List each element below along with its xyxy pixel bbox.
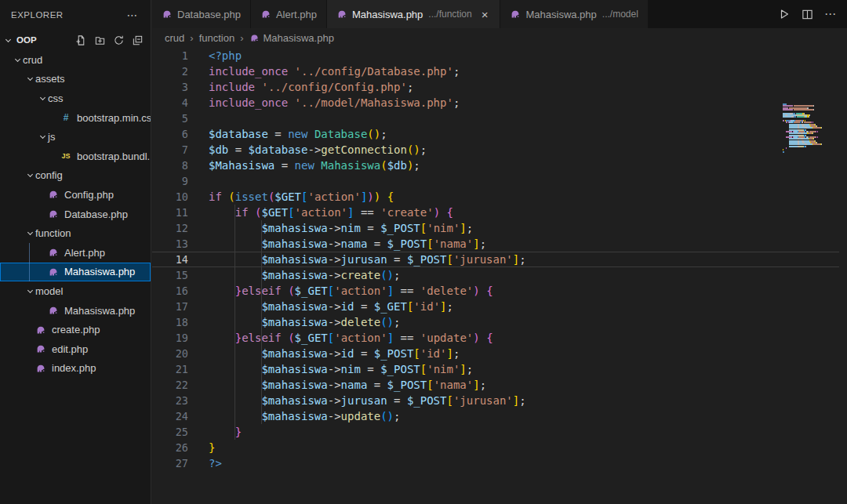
- code-text: $mahasiswa->nama = $_POST['nama'];: [188, 379, 486, 391]
- php-icon: [47, 267, 60, 277]
- explorer-more-icon[interactable]: ⋯: [125, 9, 140, 21]
- close-icon[interactable]: ×: [479, 8, 491, 21]
- php-icon: [47, 305, 60, 316]
- code-line-1[interactable]: 1<?php: [152, 48, 847, 63]
- split-editor-icon[interactable]: [802, 9, 813, 20]
- code-line-8[interactable]: 8$Mahasiswa = new Mahasiswa($db);: [152, 158, 847, 173]
- php-elephant-icon: [249, 33, 260, 43]
- tree-item-edit.php[interactable]: edit.php: [0, 339, 151, 359]
- code-line-24[interactable]: 24 $mahasiswa->update();: [152, 408, 847, 424]
- tree-item-label: Alert.php: [64, 247, 105, 259]
- tree-item-assets[interactable]: assets: [0, 70, 151, 89]
- code-text: if ($GET['action'] == 'create') {: [188, 206, 453, 219]
- tree-item-crud[interactable]: crud: [0, 50, 151, 70]
- code-line-20[interactable]: 20 $mahasiswa->id = $_POST['id'];: [152, 346, 847, 361]
- new-file-icon[interactable]: [74, 33, 88, 47]
- new-folder-icon[interactable]: [93, 33, 107, 47]
- vscode-window: EXPLORER ⋯ OOP crudassetscss#bootstrap.m…: [0, 0, 847, 504]
- code-line-25[interactable]: 25 }: [152, 424, 847, 440]
- tree-item-label: js: [48, 131, 55, 143]
- tab-mahasiswa.php-function[interactable]: Mahasiswa.php.../function×: [327, 0, 500, 28]
- line-number: 10: [152, 189, 188, 205]
- php-elephant-icon: [35, 325, 46, 335]
- tree-item-label: assets: [35, 73, 65, 85]
- breadcrumb-file[interactable]: Mahasiswa.php: [264, 32, 334, 44]
- code-line-13[interactable]: 13 $mahasiswa->nama = $_POST['nama'];: [152, 236, 847, 252]
- breadcrumb-item-crud[interactable]: crud: [165, 32, 184, 44]
- code-line-26[interactable]: 26}: [152, 440, 847, 455]
- code-line-23[interactable]: 23 $mahasiswa->jurusan = $_POST['jurusan…: [152, 393, 847, 408]
- breadcrumb-separator: ›: [240, 32, 243, 44]
- line-number: 24: [152, 408, 188, 424]
- tree-item-bootstrap.bundl...[interactable]: JSbootstrap.bundl...: [0, 147, 151, 166]
- refresh-icon[interactable]: [111, 33, 125, 47]
- tab-alert.php[interactable]: Alert.php: [251, 0, 326, 28]
- tree-item-label: config: [35, 169, 63, 181]
- code-line-22[interactable]: 22 $mahasiswa->nama = $_POST['nama'];: [152, 377, 847, 393]
- tree-item-database.php[interactable]: Database.php: [0, 205, 151, 224]
- code-line-21[interactable]: 21 $mahasiswa->nim = $_POST['nim'];: [152, 361, 847, 377]
- code-line-27[interactable]: 27?>: [152, 455, 847, 471]
- code-line-3[interactable]: 3include '../config/Config.php';: [152, 79, 847, 95]
- code-line-15[interactable]: 15 $mahasiswa->create();: [152, 267, 847, 283]
- css-icon: #: [60, 112, 72, 123]
- tree-item-config[interactable]: config: [0, 166, 151, 186]
- code-line-11[interactable]: 11 if ($GET['action'] == 'create') {: [152, 205, 847, 220]
- code-line-18[interactable]: 18 $mahasiswa->delete();: [152, 314, 847, 330]
- breadcrumb[interactable]: crud›function›Mahasiswa.php: [152, 28, 847, 48]
- tree-item-label: edit.php: [52, 343, 88, 355]
- minimap[interactable]: [783, 97, 834, 147]
- code-line-14[interactable]: 14 $mahasiswa->jurusan = $_POST['jurusan…: [152, 252, 839, 267]
- tree-item-css[interactable]: css: [0, 89, 151, 108]
- tree-item-model[interactable]: model: [0, 281, 151, 301]
- chevron-down-icon: [40, 95, 45, 100]
- tree-item-js[interactable]: js: [0, 127, 151, 147]
- code-line-6[interactable]: 6$database = new Database();: [152, 126, 847, 142]
- tab-mahasiswa.php-model[interactable]: Mahasiswa.php.../model: [500, 0, 647, 28]
- tree-item-index.php[interactable]: index.php: [0, 359, 151, 379]
- tab-label: Database.php: [177, 9, 241, 20]
- code-line-7[interactable]: 7$db = $database->getConnection();: [152, 142, 847, 158]
- more-actions-icon[interactable]: ⋯: [824, 7, 836, 21]
- tree-item-create.php[interactable]: create.php: [0, 320, 151, 339]
- breadcrumb-item-function[interactable]: function: [199, 32, 235, 44]
- php-elephant-icon: [510, 9, 521, 20]
- line-number: 3: [152, 79, 188, 95]
- code-line-12[interactable]: 12 $mahasiswa->nim = $_POST['nim'];: [152, 220, 847, 236]
- tree-item-alert.php[interactable]: Alert.php: [0, 243, 151, 263]
- line-number: 20: [152, 346, 188, 361]
- run-icon[interactable]: [778, 8, 791, 20]
- tree-item-config.php[interactable]: Config.php: [0, 185, 151, 205]
- code-text: $mahasiswa->delete();: [188, 316, 400, 328]
- explorer-title: EXPLORER: [11, 10, 64, 20]
- collapse-all-icon[interactable]: [130, 33, 144, 47]
- code-line-4[interactable]: 4include_once '../model/Mahasiswa.php';: [152, 95, 847, 111]
- line-number: 4: [152, 95, 188, 111]
- tree-item-label: bootstrap.min.css: [77, 112, 151, 124]
- code-text: }: [188, 426, 242, 438]
- php-file-icon: [249, 33, 260, 43]
- line-number: 18: [152, 314, 188, 330]
- code-line-9[interactable]: 9: [152, 173, 847, 189]
- code-line-16[interactable]: 16 }elseif ($_GET['action'] == 'delete')…: [152, 283, 847, 299]
- workspace-section-header[interactable]: OOP: [0, 30, 151, 50]
- code-line-5[interactable]: 5: [152, 111, 847, 126]
- php-elephant-icon: [48, 267, 59, 277]
- tree-item-mahasiswa.php[interactable]: Mahasiswa.php: [0, 263, 151, 282]
- workspace-name: OOP: [16, 35, 74, 45]
- code-line-2[interactable]: 2include_once '../config/Database.php';: [152, 63, 847, 79]
- tree-item-function[interactable]: function: [0, 223, 151, 243]
- code-line-17[interactable]: 17 $mahasiswa->id = $_GET['id'];: [152, 299, 847, 314]
- code-line-10[interactable]: 10if (isset($GET['action'])) {: [152, 189, 847, 205]
- explorer-sidebar: EXPLORER ⋯ OOP crudassetscss#bootstrap.m…: [0, 0, 151, 504]
- php-file-icon: [510, 9, 521, 20]
- tree-item-mahasiswa.php[interactable]: Mahasiswa.php: [0, 301, 151, 321]
- php-elephant-icon: [48, 247, 59, 258]
- tab-database.php[interactable]: Database.php: [152, 0, 250, 28]
- tree-item-label: css: [48, 92, 64, 104]
- tree-item-bootstrap.min.css[interactable]: #bootstrap.min.css: [0, 108, 151, 128]
- code-line-19[interactable]: 19 }elseif ($_GET['action'] == 'update')…: [152, 330, 847, 346]
- php-icon: [35, 343, 47, 354]
- line-number: 5: [152, 111, 188, 126]
- tree-indent-guide: [29, 243, 30, 281]
